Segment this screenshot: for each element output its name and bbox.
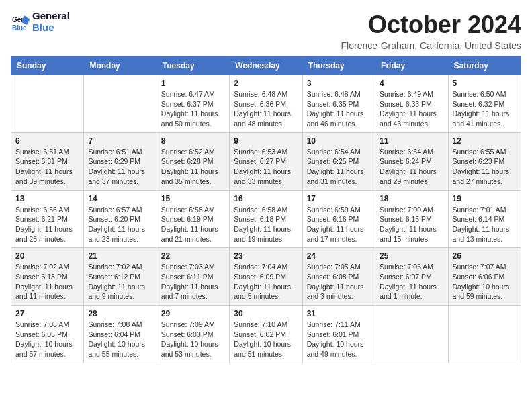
calendar-cell: 10Sunrise: 6:54 AMSunset: 6:25 PMDayligh…	[302, 132, 375, 190]
weekday-header-monday: Monday	[84, 57, 157, 75]
day-number: 15	[161, 194, 225, 203]
day-number: 11	[380, 136, 443, 146]
calendar-cell	[84, 75, 157, 133]
day-info: Sunrise: 7:06 AMSunset: 6:07 PMDaylight:…	[380, 262, 443, 302]
calendar-cell: 6Sunrise: 6:51 AMSunset: 6:31 PMDaylight…	[11, 132, 84, 190]
day-number: 9	[234, 136, 298, 146]
logo-icon: General Blue	[11, 13, 30, 32]
svg-text:Blue: Blue	[12, 24, 27, 32]
day-number: 20	[15, 251, 79, 261]
calendar-cell: 5Sunrise: 6:50 AMSunset: 6:32 PMDaylight…	[448, 75, 521, 133]
day-info: Sunrise: 7:00 AMSunset: 6:15 PMDaylight:…	[380, 205, 443, 244]
calendar-cell: 26Sunrise: 7:07 AMSunset: 6:06 PMDayligh…	[448, 248, 521, 306]
day-number: 30	[234, 309, 298, 318]
day-number: 5	[453, 79, 517, 88]
calendar-cell: 7Sunrise: 6:51 AMSunset: 6:29 PMDaylight…	[84, 132, 157, 190]
calendar-cell: 31Sunrise: 7:11 AMSunset: 6:01 PMDayligh…	[302, 306, 375, 363]
weekday-header-sunday: Sunday	[11, 57, 84, 75]
logo-text-line2: Blue	[32, 22, 70, 34]
calendar-cell	[375, 306, 448, 363]
day-info: Sunrise: 6:56 AMSunset: 6:21 PMDaylight:…	[15, 205, 79, 244]
calendar-cell	[11, 75, 84, 133]
day-number: 25	[380, 251, 443, 261]
calendar-cell: 8Sunrise: 6:52 AMSunset: 6:28 PMDaylight…	[157, 132, 229, 190]
day-number: 1	[161, 79, 225, 88]
day-number: 23	[234, 251, 298, 261]
day-number: 18	[380, 194, 443, 203]
day-number: 8	[161, 136, 225, 146]
calendar-cell: 28Sunrise: 7:08 AMSunset: 6:04 PMDayligh…	[84, 306, 157, 363]
day-info: Sunrise: 6:51 AMSunset: 6:31 PMDaylight:…	[15, 147, 79, 187]
weekday-header-tuesday: Tuesday	[157, 57, 229, 75]
calendar-cell: 16Sunrise: 6:58 AMSunset: 6:18 PMDayligh…	[230, 190, 302, 248]
day-info: Sunrise: 7:07 AMSunset: 6:06 PMDaylight:…	[453, 262, 517, 302]
weekday-header-saturday: Saturday	[448, 57, 521, 75]
day-info: Sunrise: 6:55 AMSunset: 6:23 PMDaylight:…	[453, 147, 517, 187]
calendar-cell: 3Sunrise: 6:48 AMSunset: 6:35 PMDaylight…	[302, 75, 375, 133]
week-row-1: 1Sunrise: 6:47 AMSunset: 6:37 PMDaylight…	[11, 75, 521, 133]
day-info: Sunrise: 7:09 AMSunset: 6:03 PMDaylight:…	[161, 320, 225, 359]
day-number: 10	[307, 136, 371, 146]
day-number: 3	[307, 79, 371, 88]
weekday-header-friday: Friday	[375, 57, 448, 75]
calendar-cell: 21Sunrise: 7:02 AMSunset: 6:12 PMDayligh…	[84, 248, 157, 306]
calendar-cell: 18Sunrise: 7:00 AMSunset: 6:15 PMDayligh…	[375, 190, 448, 248]
week-row-3: 13Sunrise: 6:56 AMSunset: 6:21 PMDayligh…	[11, 190, 521, 248]
weekday-header-wednesday: Wednesday	[230, 57, 302, 75]
day-number: 24	[307, 251, 371, 261]
calendar-table: SundayMondayTuesdayWednesdayThursdayFrid…	[11, 56, 521, 363]
day-number: 14	[88, 194, 152, 203]
day-number: 2	[234, 79, 298, 88]
calendar-cell: 12Sunrise: 6:55 AMSunset: 6:23 PMDayligh…	[448, 132, 521, 190]
day-info: Sunrise: 6:48 AMSunset: 6:35 PMDaylight:…	[307, 89, 371, 129]
calendar-cell: 13Sunrise: 6:56 AMSunset: 6:21 PMDayligh…	[11, 190, 84, 248]
logo-text-line1: General	[32, 11, 70, 22]
day-number: 7	[88, 136, 152, 146]
day-number: 26	[453, 251, 517, 261]
location-subtitle: Florence-Graham, California, United Stat…	[341, 40, 521, 51]
day-number: 19	[453, 194, 517, 203]
calendar-cell: 17Sunrise: 6:59 AMSunset: 6:16 PMDayligh…	[302, 190, 375, 248]
calendar-cell: 30Sunrise: 7:10 AMSunset: 6:02 PMDayligh…	[230, 306, 302, 363]
day-info: Sunrise: 6:54 AMSunset: 6:24 PMDaylight:…	[380, 147, 443, 187]
day-info: Sunrise: 6:50 AMSunset: 6:32 PMDaylight:…	[453, 89, 517, 129]
day-number: 6	[15, 136, 79, 146]
day-info: Sunrise: 6:52 AMSunset: 6:28 PMDaylight:…	[161, 147, 225, 187]
day-info: Sunrise: 7:05 AMSunset: 6:08 PMDaylight:…	[307, 262, 371, 302]
calendar-cell: 24Sunrise: 7:05 AMSunset: 6:08 PMDayligh…	[302, 248, 375, 306]
calendar-cell	[448, 306, 521, 363]
week-row-5: 27Sunrise: 7:08 AMSunset: 6:05 PMDayligh…	[11, 306, 521, 363]
weekday-header-row: SundayMondayTuesdayWednesdayThursdayFrid…	[11, 57, 521, 75]
day-info: Sunrise: 6:58 AMSunset: 6:18 PMDaylight:…	[234, 205, 298, 244]
calendar-cell: 14Sunrise: 6:57 AMSunset: 6:20 PMDayligh…	[84, 190, 157, 248]
day-info: Sunrise: 6:51 AMSunset: 6:29 PMDaylight:…	[88, 147, 152, 187]
calendar-cell: 1Sunrise: 6:47 AMSunset: 6:37 PMDaylight…	[157, 75, 229, 133]
calendar-cell: 15Sunrise: 6:58 AMSunset: 6:19 PMDayligh…	[157, 190, 229, 248]
calendar-cell: 25Sunrise: 7:06 AMSunset: 6:07 PMDayligh…	[375, 248, 448, 306]
day-number: 16	[234, 194, 298, 203]
page-header: General Blue General Blue October 2024 F…	[11, 11, 521, 51]
day-number: 31	[307, 309, 371, 318]
day-info: Sunrise: 7:11 AMSunset: 6:01 PMDaylight:…	[307, 320, 371, 359]
day-info: Sunrise: 7:08 AMSunset: 6:05 PMDaylight:…	[15, 320, 79, 359]
day-number: 27	[15, 309, 79, 318]
day-info: Sunrise: 6:48 AMSunset: 6:36 PMDaylight:…	[234, 89, 298, 129]
calendar-cell: 29Sunrise: 7:09 AMSunset: 6:03 PMDayligh…	[157, 306, 229, 363]
title-section: October 2024 Florence-Graham, California…	[341, 11, 521, 51]
calendar-cell: 27Sunrise: 7:08 AMSunset: 6:05 PMDayligh…	[11, 306, 84, 363]
day-number: 13	[15, 194, 79, 203]
day-info: Sunrise: 7:02 AMSunset: 6:13 PMDaylight:…	[15, 262, 79, 302]
day-info: Sunrise: 6:49 AMSunset: 6:33 PMDaylight:…	[380, 89, 443, 129]
calendar-cell: 20Sunrise: 7:02 AMSunset: 6:13 PMDayligh…	[11, 248, 84, 306]
month-title: October 2024	[341, 11, 521, 39]
calendar-cell: 4Sunrise: 6:49 AMSunset: 6:33 PMDaylight…	[375, 75, 448, 133]
day-info: Sunrise: 7:08 AMSunset: 6:04 PMDaylight:…	[88, 320, 152, 359]
day-info: Sunrise: 7:04 AMSunset: 6:09 PMDaylight:…	[234, 262, 298, 302]
day-info: Sunrise: 6:59 AMSunset: 6:16 PMDaylight:…	[307, 205, 371, 244]
day-number: 12	[453, 136, 517, 146]
day-info: Sunrise: 7:02 AMSunset: 6:12 PMDaylight:…	[88, 262, 152, 302]
day-info: Sunrise: 7:10 AMSunset: 6:02 PMDaylight:…	[234, 320, 298, 359]
day-number: 22	[161, 251, 225, 261]
week-row-2: 6Sunrise: 6:51 AMSunset: 6:31 PMDaylight…	[11, 132, 521, 190]
calendar-cell: 9Sunrise: 6:53 AMSunset: 6:27 PMDaylight…	[230, 132, 302, 190]
